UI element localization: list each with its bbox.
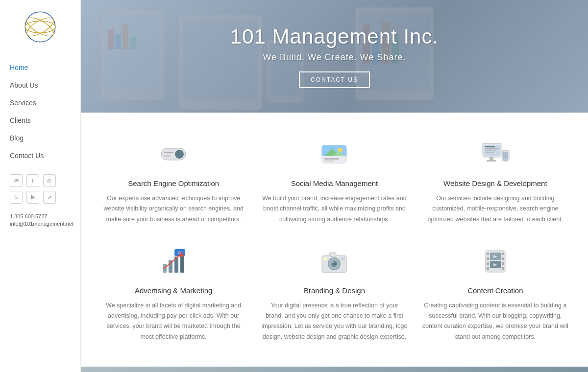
- contact-info: 1.305.600.5727 info@101management.net: [0, 204, 83, 227]
- social-icons-row2: 𝕏 in ↗: [0, 187, 66, 204]
- sidebar: Home About Us Services Clients Blog Cont…: [0, 0, 81, 372]
- social-icons-row1: ✉ f ◎: [0, 164, 66, 187]
- seo-desc: Our experts use advanced techniques to i…: [100, 193, 246, 225]
- nav-menu: Home About Us Services Clients Blog Cont…: [0, 59, 80, 164]
- hero-content: 101 Management Inc. We Build. We Create.…: [230, 25, 439, 88]
- brand-desc: Your digital presence is a true reflecti…: [261, 301, 407, 342]
- svg-rect-34: [485, 146, 495, 147]
- content-creation-icon: [478, 244, 513, 279]
- advert-title: Advertising & Marketing: [135, 286, 212, 295]
- advertising-icon: 74: [156, 244, 191, 279]
- nav-item-clients[interactable]: Clients: [0, 112, 80, 129]
- hero-section: 101 Management Inc. We Build. We Create.…: [81, 0, 588, 113]
- nav-item-home[interactable]: Home: [0, 59, 80, 76]
- linkedin-icon[interactable]: in: [26, 191, 39, 204]
- svg-rect-38: [490, 157, 493, 160]
- content-desc: Creating captivating content is essentia…: [422, 301, 568, 342]
- share-icon[interactable]: ↗: [43, 191, 56, 204]
- social-media-icon: [317, 137, 351, 171]
- svg-rect-66: [502, 267, 504, 270]
- svg-point-21: [175, 150, 184, 159]
- service-content: Content Creation Creating captivating co…: [422, 244, 568, 342]
- phone-number: 1.305.600.5727: [10, 213, 74, 219]
- svg-rect-39: [487, 160, 496, 162]
- svg-rect-64: [502, 257, 504, 260]
- main-content: 101 Management Inc. We Build. We Create.…: [81, 0, 588, 372]
- svg-point-42: [505, 160, 506, 162]
- svg-rect-61: [487, 262, 489, 265]
- advert-desc: We specialize in all facets of digital m…: [100, 301, 246, 342]
- seo-icon: [156, 137, 191, 171]
- svg-rect-36: [485, 150, 496, 151]
- svg-rect-63: [502, 253, 504, 255]
- content-title: Content Creation: [467, 286, 523, 295]
- social-desc: We build your brand, increase engagement…: [261, 193, 407, 225]
- instagram-icon[interactable]: ◎: [43, 174, 56, 187]
- svg-rect-62: [487, 267, 489, 270]
- web-design-icon: [478, 137, 513, 171]
- facebook-icon[interactable]: f: [26, 174, 39, 187]
- svg-point-0: [25, 12, 55, 42]
- svg-point-57: [332, 261, 334, 263]
- nav-item-about[interactable]: About Us: [0, 76, 80, 94]
- service-brand: Branding & Design Your digital presence …: [261, 244, 407, 342]
- service-web: Website Design & Development Our service…: [422, 137, 568, 225]
- logo-icon: [23, 10, 57, 44]
- branding-icon: [317, 244, 351, 279]
- seo-title: Search Engine Optimization: [128, 179, 219, 187]
- svg-rect-41: [503, 152, 508, 160]
- hero-title: 101 Management Inc.: [230, 25, 439, 48]
- email-address: info@101management.net: [10, 221, 74, 227]
- hero-subtitle: We Build. We Create. We Share.: [230, 52, 439, 63]
- svg-rect-56: [341, 257, 344, 260]
- services-section: Search Engine Optimization Our experts u…: [81, 113, 588, 367]
- svg-rect-60: [487, 257, 489, 260]
- brand-title: Branding & Design: [304, 286, 365, 295]
- service-seo: Search Engine Optimization Our experts u…: [100, 137, 246, 225]
- svg-rect-22: [164, 152, 173, 153]
- svg-rect-23: [164, 155, 171, 157]
- svg-rect-59: [487, 253, 489, 255]
- email-icon[interactable]: ✉: [10, 174, 23, 187]
- svg-rect-30: [324, 158, 339, 160]
- nav-item-blog[interactable]: Blog: [0, 129, 80, 147]
- web-desc: Our services include designing and build…: [422, 193, 568, 225]
- logo-container: [0, 10, 80, 44]
- twitter-icon[interactable]: 𝕏: [10, 191, 23, 204]
- social-title: Social Media Management: [291, 179, 378, 187]
- svg-rect-55: [323, 257, 327, 260]
- nav-item-contact[interactable]: Contact Us: [0, 147, 80, 164]
- services-grid: Search Engine Optimization Our experts u…: [100, 137, 568, 342]
- hero-cta-button[interactable]: CONTACT US: [299, 71, 370, 88]
- svg-rect-54: [329, 253, 336, 256]
- web-title: Website Design & Development: [443, 179, 547, 187]
- svg-rect-37: [485, 152, 494, 153]
- service-social: Social Media Management We build your br…: [261, 137, 407, 225]
- footer-cta-section: CONTACT US TODAY!: [81, 367, 588, 372]
- svg-rect-65: [502, 262, 504, 265]
- service-advert: 74 Advertising & Marketing We specialize…: [100, 244, 246, 342]
- svg-rect-31: [324, 161, 334, 162]
- nav-item-services[interactable]: Services: [0, 94, 80, 112]
- svg-point-3: [25, 21, 55, 33]
- svg-rect-35: [485, 148, 499, 149]
